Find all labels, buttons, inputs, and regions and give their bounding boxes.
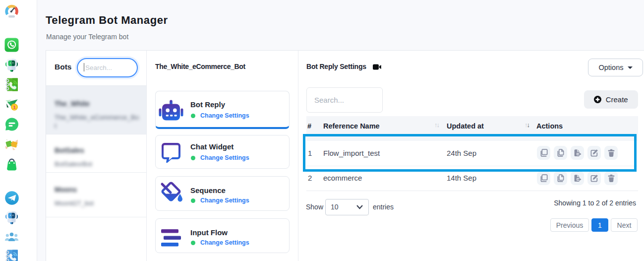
svg-text:1: 1 (13, 105, 15, 110)
